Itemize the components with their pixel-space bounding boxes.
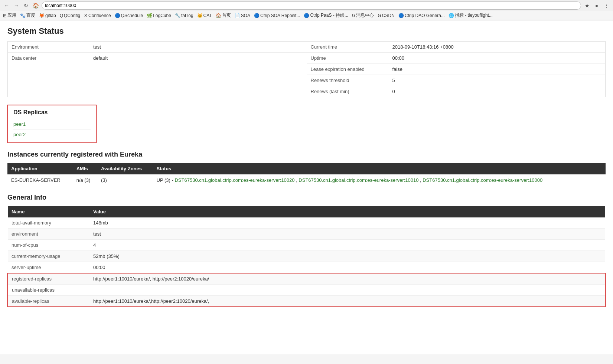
table-row: Current time 2018-09-10T18:43:16 +0800 <box>307 42 606 53</box>
back-button[interactable]: ← <box>3 2 10 9</box>
status-left-table: Environment test Data center default <box>8 42 307 63</box>
row-value: test <box>89 229 605 240</box>
status-right-panel: Current time 2018-09-10T18:43:16 +0800 U… <box>307 41 606 97</box>
uptime-label: Uptime <box>307 53 389 64</box>
header-value: Value <box>89 206 605 217</box>
reload-button[interactable]: ↻ <box>22 2 30 9</box>
status-links: DST67530.cn1.global.ctrip.com:es-eureka-… <box>175 177 542 183</box>
datacenter-label: Data center <box>8 53 89 64</box>
row-name: num-of-cpus <box>8 240 89 251</box>
row-value <box>89 285 605 296</box>
row-value: http://peer1:10010/eureka/,http://peer2:… <box>89 296 605 307</box>
app-zones: (3) <box>97 174 153 186</box>
bookmark-ctrip-paas[interactable]: 🔵 Ctrip PaaS - 持续... <box>304 12 348 19</box>
separator <box>13 119 91 119</box>
bookmark-cat[interactable]: 🐱 CAT <box>197 13 212 18</box>
header-application: Application <box>7 163 73 174</box>
row-name: total-avail-memory <box>8 217 89 229</box>
forward-button[interactable]: → <box>13 2 20 9</box>
bookmark-fatlog[interactable]: 🔧 fat log <box>175 13 193 18</box>
row-name: server-uptime <box>8 262 89 273</box>
table-row: Lease expiration enabled false <box>307 64 606 75</box>
bookmark-gitlab[interactable]: 🦊 gitlab <box>39 13 56 18</box>
instances-title: Instances currently registered with Eure… <box>7 151 606 158</box>
row-value: http://peer1:10010/eureka/, http://peer2… <box>89 273 605 285</box>
bookmark-qconfig[interactable]: Q QConfig <box>60 13 80 18</box>
status-left-panel: Environment test Data center default <box>7 41 307 97</box>
address-bar: ← → ↻ 🏠 ★ ● ⋮ <box>0 0 613 11</box>
header-name: Name <box>8 206 89 217</box>
table-row: Data center default <box>8 53 307 64</box>
home-button[interactable]: 🏠 <box>32 2 39 9</box>
table-row-registered-replicas: registered-replicas http://peer1:10010/e… <box>8 273 605 285</box>
row-name: registered-replicas <box>8 273 89 285</box>
status-right-table: Current time 2018-09-10T18:43:16 +0800 U… <box>307 42 606 97</box>
environment-label: Environment <box>8 42 89 53</box>
page-content: System Status Environment test Data cent… <box>0 20 613 354</box>
general-table-body: total-avail-memory 148mb environment tes… <box>8 217 605 307</box>
bookmark-qschedule[interactable]: 🔵 QSchedule <box>115 13 143 18</box>
renews-last-min-value: 0 <box>389 86 606 97</box>
menu-button[interactable]: ⋮ <box>603 2 610 9</box>
table-row: Environment test <box>8 42 307 53</box>
datacenter-value: default <box>89 53 307 64</box>
header-row: Name Value <box>8 206 605 217</box>
renews-last-min-label: Renews (last min) <box>307 86 389 97</box>
browser-chrome: ← → ↻ 🏠 ★ ● ⋮ ⊞ 应用 🐾 百度 🦊 gitlab Q QConf… <box>0 0 613 20</box>
bookmark-logcube[interactable]: 🌿 LogCube <box>147 13 171 18</box>
general-table-header: Name Value <box>8 206 605 217</box>
instance-link-1[interactable]: DST67530.cn1.global.ctrip.com:es-eureka-… <box>175 177 294 183</box>
peer2-link[interactable]: peer2 <box>13 130 91 139</box>
bookmark-ctrip-soa[interactable]: 🔵 Ctrip SOA Reposit... <box>254 13 300 18</box>
instances-table: Application AMIs Availability Zones Stat… <box>7 163 606 186</box>
bookmark-confluence[interactable]: ✕ Confluence <box>84 13 111 18</box>
current-time-value: 2018-09-10T18:43:16 +0800 <box>389 42 606 53</box>
peer1-link[interactable]: peer1 <box>13 120 91 128</box>
table-row: num-of-cpus 4 <box>8 240 605 251</box>
general-info-section: General Info Name Value total-avail-memo… <box>7 194 606 307</box>
instances-table-body: ES-EUREKA-SERVER n/a (3) (3) UP (3) - DS… <box>7 174 606 186</box>
table-row: Renews (last min) 0 <box>307 86 606 97</box>
bookmark-apps[interactable]: ⊞ 应用 <box>3 12 16 19</box>
bookmark-dao[interactable]: 🔵 Ctrip DAO Genera... <box>398 13 445 18</box>
general-info-table: Name Value total-avail-memory 148mb envi… <box>7 206 606 307</box>
table-row: Renews threshold 5 <box>307 75 606 86</box>
table-row-unavailable-replicas: unavailable-replicas <box>8 285 605 296</box>
instances-table-header: Application AMIs Availability Zones Stat… <box>7 163 606 174</box>
table-row: ES-EUREKA-SERVER n/a (3) (3) UP (3) - DS… <box>7 174 606 186</box>
page-title: System Status <box>7 26 606 36</box>
lease-expiration-value: false <box>389 64 606 75</box>
lease-expiration-label: Lease expiration enabled <box>307 64 389 75</box>
instances-section: Instances currently registered with Eure… <box>7 151 606 186</box>
bookmark-button[interactable]: ★ <box>583 2 591 9</box>
uptime-value: 00:00 <box>389 53 606 64</box>
bookmarks-bar: ⊞ 应用 🐾 百度 🦊 gitlab Q QConfig ✕ Confluenc… <box>0 11 613 20</box>
app-name: ES-EUREKA-SERVER <box>7 174 73 186</box>
app-amis: n/a (3) <box>73 174 97 186</box>
current-time-label: Current time <box>307 42 389 53</box>
bookmark-indicator[interactable]: 🌐 指标 - tieyouflight... <box>449 12 493 19</box>
bookmark-home[interactable]: 🏠 首页 <box>216 12 231 19</box>
table-row: server-uptime 00:00 <box>8 262 605 273</box>
separator <box>13 129 91 129</box>
bookmark-soa[interactable]: 📄 SOA <box>235 13 250 18</box>
instance-link-3[interactable]: DST67530.cn1.global.ctrip.com:es-eureka-… <box>423 177 542 183</box>
bookmark-msg[interactable]: G 消息中心 <box>352 12 374 19</box>
row-name: available-replicas <box>8 296 89 307</box>
row-value: 00:00 <box>89 262 605 273</box>
row-value: 148mb <box>89 217 605 229</box>
system-status-section: Environment test Data center default Cur… <box>7 41 606 97</box>
shield-button[interactable]: ● <box>593 2 600 9</box>
row-name: current-memory-usage <box>8 251 89 262</box>
instance-link-2[interactable]: DST67530.cn1.global.ctrip.com:es-eureka-… <box>299 177 418 183</box>
status-up-text: UP (3) - <box>157 177 175 183</box>
url-input[interactable] <box>42 1 581 10</box>
app-status: UP (3) - DST67530.cn1.global.ctrip.com:e… <box>153 174 606 186</box>
row-name: unavailable-replicas <box>8 285 89 296</box>
header-row: Application AMIs Availability Zones Stat… <box>7 163 606 174</box>
ds-replicas-title: DS Replicas <box>13 109 91 116</box>
renews-threshold-value: 5 <box>389 75 606 86</box>
bookmark-csdn[interactable]: G CSDN <box>378 13 394 18</box>
bookmark-baidu[interactable]: 🐾 百度 <box>20 12 35 19</box>
table-row: Uptime 00:00 <box>307 53 606 64</box>
